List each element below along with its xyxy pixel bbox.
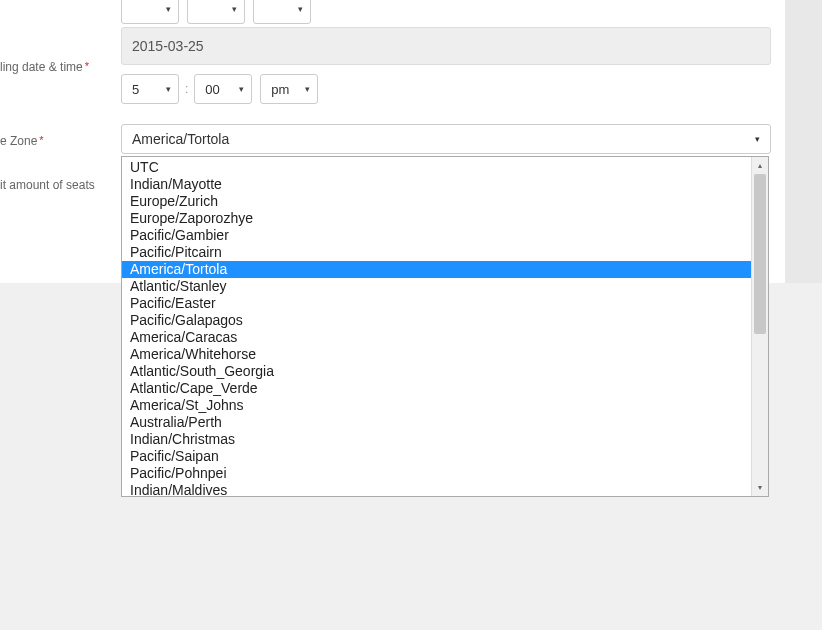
timezone-option[interactable]: Pacific/Gambier: [122, 227, 751, 244]
scroll-down-arrow[interactable]: ▾: [752, 479, 768, 496]
timezone-option[interactable]: Indian/Maldives: [122, 482, 751, 496]
hour-select[interactable]: 5: [121, 74, 179, 104]
ampm-select[interactable]: pm: [260, 74, 318, 104]
timezone-option[interactable]: Pacific/Easter: [122, 295, 751, 312]
top-select-1-wrap: [121, 0, 179, 24]
minute-select[interactable]: 00: [194, 74, 252, 104]
timezone-option[interactable]: Pacific/Pohnpei: [122, 465, 751, 482]
timezone-option[interactable]: Indian/Christmas: [122, 431, 751, 448]
timezone-option[interactable]: America/Caracas: [122, 329, 751, 346]
ending-date-label: ling date & time*: [0, 60, 89, 74]
top-select-1[interactable]: [121, 0, 179, 24]
seats-label: it amount of seats: [0, 178, 95, 192]
ending-date-label-text: ling date & time: [0, 60, 83, 74]
top-select-3[interactable]: [253, 0, 311, 24]
timezone-option[interactable]: Atlantic/Stanley: [122, 278, 751, 295]
top-select-2-wrap: [187, 0, 245, 24]
timezone-option[interactable]: America/Tortola: [122, 261, 751, 278]
ampm-select-wrap: pm: [260, 74, 318, 104]
seats-label-text: it amount of seats: [0, 178, 95, 192]
top-time-selects: [121, 0, 311, 24]
time-colon: :: [185, 82, 188, 96]
timezone-option-list[interactable]: UTCIndian/MayotteEurope/ZurichEurope/Zap…: [122, 157, 751, 496]
timezone-label: e Zone*: [0, 134, 44, 148]
minute-select-wrap: 00: [194, 74, 252, 104]
panel-outer-edge: [785, 0, 822, 283]
timezone-dropdown: UTCIndian/MayotteEurope/ZurichEurope/Zap…: [121, 156, 769, 497]
timezone-option[interactable]: Pacific/Pitcairn: [122, 244, 751, 261]
required-mark: *: [85, 60, 89, 72]
ending-date-input[interactable]: 2015-03-25: [121, 27, 771, 65]
timezone-option[interactable]: Pacific/Saipan: [122, 448, 751, 465]
hour-select-wrap: 5: [121, 74, 179, 104]
timezone-option[interactable]: Atlantic/Cape_Verde: [122, 380, 751, 397]
timezone-label-text: e Zone: [0, 134, 37, 148]
timezone-option[interactable]: Europe/Zaporozhye: [122, 210, 751, 227]
timezone-option[interactable]: Atlantic/South_Georgia: [122, 363, 751, 380]
timezone-option[interactable]: Europe/Zurich: [122, 193, 751, 210]
scroll-thumb[interactable]: [754, 174, 766, 334]
timezone-option[interactable]: Indian/Mayotte: [122, 176, 751, 193]
timezone-selected-value: America/Tortola: [132, 131, 229, 147]
timezone-option[interactable]: UTC: [122, 159, 751, 176]
scroll-up-arrow[interactable]: ▴: [752, 157, 768, 174]
top-select-2[interactable]: [187, 0, 245, 24]
top-select-3-wrap: [253, 0, 311, 24]
dropdown-scrollbar[interactable]: ▴ ▾: [751, 157, 768, 496]
required-mark: *: [39, 134, 43, 146]
timezone-option[interactable]: America/Whitehorse: [122, 346, 751, 363]
timezone-select[interactable]: America/Tortola: [121, 124, 771, 154]
timezone-option[interactable]: America/St_Johns: [122, 397, 751, 414]
timezone-option[interactable]: Australia/Perth: [122, 414, 751, 431]
ending-time-selects: 5 : 00 pm: [121, 74, 318, 104]
timezone-option[interactable]: Pacific/Galapagos: [122, 312, 751, 329]
